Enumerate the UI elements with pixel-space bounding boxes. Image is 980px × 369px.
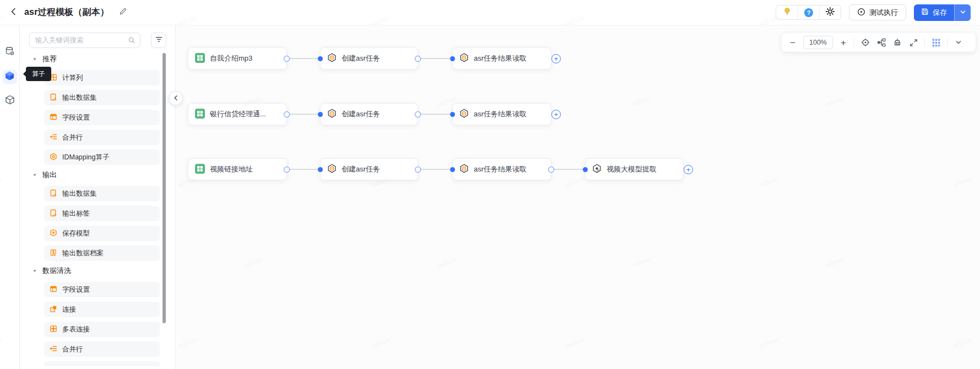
test-run-button[interactable]: 测试执行 [849,4,906,20]
fullscreen-button[interactable] [908,38,918,47]
output-port[interactable] [284,111,290,117]
multi-join-icon [50,325,57,334]
zoom-out-button[interactable]: − [788,37,797,48]
edge [287,58,320,59]
play-circle-icon [857,8,865,18]
save-label: 保存 [933,8,947,18]
node-label: 视频大模型提取 [607,164,657,174]
add-node-button[interactable]: + [551,54,561,63]
settings-button[interactable] [819,6,841,19]
filter-button[interactable] [151,33,166,48]
output-archive-icon [50,249,57,258]
dataset-table-icon [195,53,205,65]
input-port[interactable] [450,167,455,172]
section-label: 推荐 [42,54,57,64]
rail-item-operators[interactable] [3,69,17,84]
model-hexagon-icon [592,164,602,175]
search-input[interactable] [29,33,140,48]
input-port[interactable] [583,167,588,172]
panel-scrollbar[interactable] [163,53,166,323]
caret-down-icon [32,55,37,63]
operator-item-label: 多表连接 [62,325,90,334]
save-button[interactable]: 保存 [914,4,954,21]
node-operator[interactable]: 创建asr任务 [320,47,418,69]
operator-hexagon-icon [327,164,337,175]
save-model-icon [50,229,57,238]
operator-item-output-archive[interactable]: 输出数据档案 [44,245,160,261]
panel-collapse-handle[interactable] [169,91,183,105]
operator-item-partial[interactable] [44,361,160,366]
input-port[interactable] [318,112,323,117]
add-node-button[interactable]: + [551,110,561,119]
node-operator[interactable]: 创建asr任务 [320,158,418,180]
operator-item-field-settings[interactable]: 字段设置 [44,282,160,297]
node-operator[interactable]: asr任务结果读取 [452,158,551,180]
merge-rows-icon [50,345,57,354]
input-port[interactable] [450,56,455,61]
help-button[interactable]: ? [798,6,819,19]
operator-item-merge-rows[interactable]: 合并行 [44,130,160,145]
section-header-recommended[interactable]: 推荐 [32,54,166,65]
locate-button[interactable] [860,38,870,47]
operator-item-calc-column[interactable]: 计算列 [44,70,160,85]
node-operator[interactable]: asr任务结果读取 + [452,103,551,125]
edge [287,169,320,170]
flow-canvas[interactable]: − 100% + 自我介绍mp3 创 [176,25,980,369]
back-button[interactable] [8,7,20,19]
output-port[interactable] [284,167,290,173]
add-node-button[interactable]: + [684,165,693,174]
caret-down-icon [32,267,37,275]
auto-layout-button[interactable] [876,38,886,47]
output-port[interactable] [415,167,421,173]
operator-item-join[interactable]: 连接 [44,302,160,317]
output-port[interactable] [415,56,421,62]
node-dataset[interactable]: 自我介绍mp3 [188,47,287,69]
tooltip-label: 算子 [32,69,45,79]
operator-item-idmapping[interactable]: IDMapping算子 [44,149,160,165]
input-port[interactable] [318,56,323,61]
input-port[interactable] [450,112,455,117]
canvas-toolbar: − 100% + [782,33,976,52]
output-port[interactable] [415,111,421,117]
pipeline-editor-app: asr过程模板（副本） ? 测试执行 [0,0,980,369]
rail-item-models[interactable] [3,94,17,108]
section-header-data-cleaning[interactable]: 数据清洗 [32,265,166,276]
tips-button[interactable] [776,6,798,19]
input-port[interactable] [318,167,323,172]
edge [418,58,452,59]
output-port[interactable] [284,56,290,62]
output-dataset-icon [50,93,57,103]
node-model[interactable]: 视频大模型提取 + [585,158,684,180]
watermark-layer [176,25,980,369]
zoom-in-button[interactable]: + [839,37,848,48]
operator-item-multi-join[interactable]: 多表连接 [44,322,160,337]
section-header-output[interactable]: 输出 [32,169,166,180]
clear-canvas-button[interactable] [892,38,902,47]
operator-item-label: 字段设置 [62,113,90,122]
node-dataset[interactable]: 银行信贷经理通... [188,103,287,125]
node-dataset[interactable]: 视频链接地址 [188,158,287,180]
utility-icon-group: ? [776,5,841,20]
operator-item-output-dataset[interactable]: 输出数据集 [44,90,160,105]
save-more-button[interactable] [954,4,971,21]
operator-item-field-settings[interactable]: 字段设置 [44,110,160,125]
field-settings-icon [50,285,57,295]
rail-item-datasource[interactable] [3,45,17,60]
toolbar-collapse-button[interactable] [954,38,963,47]
grid-view-button[interactable] [931,38,941,47]
output-port[interactable] [548,167,554,173]
operator-item-output-dataset[interactable]: 输出数据集 [44,186,160,201]
operator-item-label: 合并行 [62,345,83,354]
operator-item-merge-rows[interactable]: 合并行 [44,341,160,357]
zoom-level[interactable]: 100% [803,36,833,49]
node-label: asr任务结果读取 [474,109,527,119]
rename-button[interactable] [117,7,129,19]
node-operator[interactable]: 创建asr任务 [320,103,418,125]
operator-item-save-model[interactable]: 保存模型 [44,226,160,241]
operator-item-label: 输出标签 [62,209,90,218]
node-label: 自我介绍mp3 [210,54,252,63]
operator-item-output-label[interactable]: 输出标签 [44,206,160,221]
database-gear-icon [5,46,15,58]
top-bar: asr过程模板（副本） ? 测试执行 [0,0,980,25]
node-operator[interactable]: asr任务结果读取 + [452,47,551,69]
